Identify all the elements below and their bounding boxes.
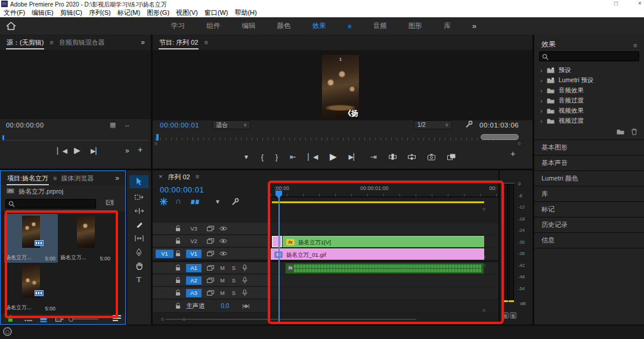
export-frame-camera-button[interactable] — [428, 154, 435, 160]
icon-view-icon-active[interactable] — [40, 316, 47, 322]
selection-tool-active[interactable] — [129, 175, 148, 188]
track-label-a1[interactable]: A1 — [186, 264, 202, 272]
sync-lock-icon[interactable] — [207, 238, 214, 244]
type-tool[interactable]: T — [129, 273, 148, 286]
project-writable-lock-icon[interactable] — [8, 315, 13, 322]
tab-project[interactable]: 项目:扬名立万 — [7, 172, 49, 185]
track-lock-icon[interactable] — [175, 277, 181, 284]
mark-in-button[interactable]: { — [261, 153, 264, 161]
workspace-tab-assembly[interactable]: 组件 — [206, 21, 220, 30]
track-label-v1[interactable]: V1 — [186, 250, 202, 258]
project-item-1-selected[interactable]: 扬名立万... 5:00 — [4, 214, 58, 263]
project-tabs-overflow-icon[interactable]: » — [115, 174, 119, 182]
keyframe-nav-icon[interactable] — [243, 304, 249, 309]
solo-track-button[interactable]: S — [231, 265, 237, 271]
project-file-name[interactable]: 扬名立万.prproj — [18, 187, 63, 196]
menu-item-file[interactable]: 文件(F) — [4, 8, 25, 17]
solo-right-button[interactable]: S — [510, 312, 516, 319]
tree-chevron-icon[interactable]: › — [540, 107, 543, 114]
timeline-settings-wrench-icon[interactable] — [231, 198, 239, 206]
project-item-3[interactable]: 扬名立万... 5:00 — [4, 264, 58, 313]
tree-chevron-icon[interactable]: › — [540, 77, 543, 84]
hscroll-handle-left[interactable]: ○ — [161, 316, 164, 322]
mute-track-button[interactable]: M — [219, 265, 225, 271]
track-label-a2[interactable]: A2 — [186, 276, 202, 285]
project-bin-up-icon[interactable] — [7, 188, 14, 194]
tab-lumetri-color[interactable]: Lumetri 颜色 — [534, 171, 644, 186]
tab-source-monitor[interactable]: 源：(无剪辑) — [6, 36, 44, 49]
tree-chevron-icon[interactable]: › — [540, 97, 543, 104]
track-lane-v3[interactable] — [271, 223, 499, 235]
workspace-tab-editing[interactable]: 编辑 — [242, 21, 255, 30]
extract-button[interactable] — [408, 153, 416, 160]
workspace-tab-effects-active[interactable]: 效果 — [312, 21, 326, 30]
track-lane-a3[interactable] — [271, 287, 499, 300]
track-lock-icon[interactable] — [175, 303, 181, 309]
program-button-editor-icon[interactable]: + — [510, 149, 515, 158]
effects-group-presets[interactable]: › 预设 — [534, 65, 644, 75]
voiceover-mic-icon[interactable] — [242, 277, 247, 284]
play-button[interactable]: ▶ — [330, 151, 337, 162]
track-height-handle[interactable]: ○ — [482, 206, 485, 212]
workspace-tab-audio[interactable]: 音频 — [373, 21, 387, 30]
track-lock-icon[interactable] — [175, 225, 181, 232]
goto-in-button[interactable]: ⇤ — [290, 153, 296, 161]
solo-track-button[interactable]: S — [231, 278, 237, 284]
effects-search-input[interactable] — [539, 51, 639, 61]
close-sequence-icon[interactable]: × — [159, 173, 162, 180]
tab-history[interactable]: 历史记录 — [534, 217, 644, 233]
source-step-back-button[interactable]: ▏◀ — [57, 147, 67, 155]
source-step-forward-button[interactable]: ▶▏ — [91, 147, 101, 155]
clip-video-v2[interactable]: fx 扬名立万1[V] — [283, 236, 484, 247]
program-panel-menu-icon[interactable]: ≡ — [204, 39, 208, 46]
track-lock-icon[interactable] — [175, 250, 181, 257]
source-patch-v1[interactable]: V1 — [156, 250, 174, 258]
track-label-a3[interactable]: A3 — [186, 289, 202, 297]
effects-panel-menu-icon[interactable]: ≡ — [633, 39, 637, 50]
source-tabs-overflow-icon[interactable]: » — [141, 38, 145, 46]
voiceover-mic-icon[interactable] — [242, 290, 247, 296]
hand-tool[interactable] — [129, 259, 148, 272]
effects-group-lumetri-presets[interactable]: › Lumetri 预设 — [534, 75, 644, 85]
solo-track-button[interactable]: S — [231, 290, 237, 296]
linked-selection-icon[interactable] — [191, 199, 200, 205]
playhead-line[interactable] — [278, 197, 280, 322]
thumbnail-zoom-slider[interactable] — [69, 319, 98, 319]
menu-item-graphics[interactable]: 图形(G) — [147, 8, 169, 17]
toggle-track-output-eye-icon[interactable] — [219, 238, 227, 244]
program-scroll-handle-right[interactable]: ○ — [518, 141, 521, 147]
tree-chevron-icon[interactable]: › — [540, 87, 543, 94]
goto-out-button[interactable]: ⇥ — [370, 153, 377, 161]
add-marker-icon[interactable]: ▼ — [215, 198, 221, 205]
program-timecode[interactable]: 00:00:00:01 — [160, 122, 199, 129]
slip-tool[interactable] — [129, 232, 148, 245]
sync-lock-icon[interactable] — [207, 251, 214, 256]
effects-group-video-transitions[interactable]: › 视频过渡 — [534, 116, 644, 126]
master-volume-value[interactable]: 0.0 — [221, 303, 230, 309]
voiceover-mic-icon[interactable] — [242, 265, 247, 271]
sync-lock-icon[interactable] — [207, 290, 214, 296]
workspace-tab-libraries[interactable]: 库 — [444, 21, 451, 30]
home-button[interactable] — [6, 21, 16, 30]
clip-audio-a1[interactable]: fx — [285, 263, 484, 274]
razor-tool[interactable] — [129, 218, 148, 231]
tab-sequence-02[interactable]: 序列 02 — [167, 170, 190, 183]
program-zoom-scrollbar[interactable] — [481, 134, 519, 140]
tab-program-monitor[interactable]: 节目: 序列 02 — [159, 36, 199, 49]
program-settings-wrench-icon[interactable] — [465, 120, 473, 128]
clip-selected-fragment[interactable] — [272, 236, 282, 247]
menu-item-clip[interactable]: 剪辑(C) — [60, 8, 82, 17]
track-label-v3[interactable]: V3 — [186, 225, 202, 232]
zoom-slider-knob[interactable] — [69, 317, 73, 322]
sync-lock-icon[interactable] — [207, 278, 214, 283]
source-fit-icon[interactable]: ↔ — [124, 121, 131, 128]
project-search-input[interactable] — [5, 199, 96, 209]
track-lock-icon[interactable] — [175, 265, 181, 271]
ripple-edit-tool[interactable] — [129, 204, 148, 217]
workspace-tab-graphics[interactable]: 图形 — [408, 21, 422, 30]
toggle-track-output-eye-icon[interactable] — [219, 226, 227, 231]
find-in-bin-icon[interactable] — [106, 198, 114, 206]
workspace-overflow-icon[interactable]: » — [472, 21, 476, 30]
tab-markers[interactable]: 标记 — [534, 202, 644, 217]
sync-lock-icon[interactable] — [207, 265, 214, 270]
